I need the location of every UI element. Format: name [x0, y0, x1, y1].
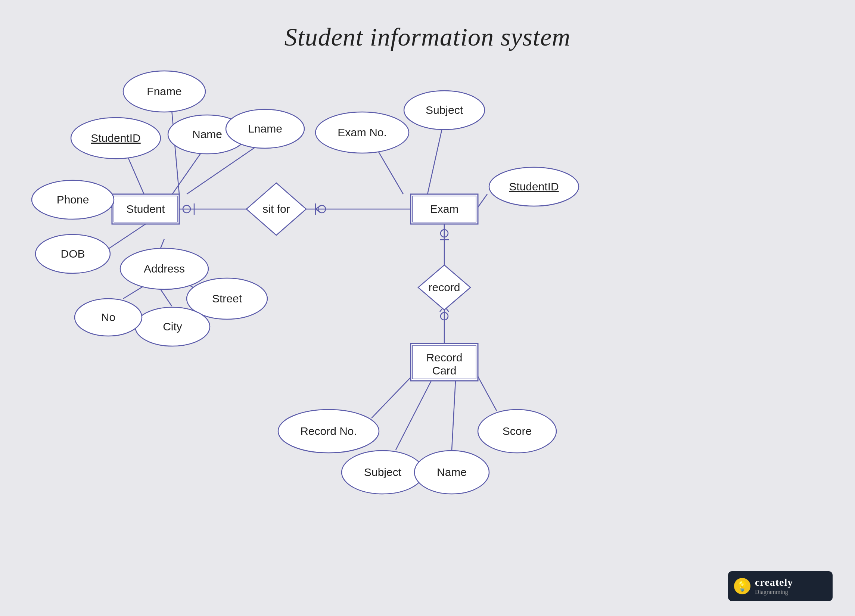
dob-label: DOB: [60, 248, 85, 260]
sit-for-label: sit for: [262, 203, 290, 215]
svg-line-32: [452, 381, 455, 450]
student-id2-label: StudentID: [509, 180, 559, 193]
city-label: City: [163, 320, 182, 333]
svg-line-31: [396, 381, 431, 450]
lname-label: Lname: [248, 123, 282, 135]
exam-no-label: Exam No.: [337, 126, 387, 138]
creately-badge: 💡 creately Diagramming: [728, 571, 833, 601]
record-label: record: [428, 281, 460, 293]
name-label: Name: [192, 128, 222, 140]
student-id-label: StudentID: [91, 132, 140, 144]
score-label: Score: [503, 425, 532, 437]
svg-line-8: [161, 289, 172, 306]
fname-label: Fname: [147, 85, 181, 97]
svg-line-6: [161, 239, 164, 248]
name-rc-label: Name: [437, 466, 467, 478]
no-label: No: [101, 311, 115, 323]
record-card-label2: Card: [432, 365, 456, 377]
svg-line-19: [428, 127, 443, 194]
subject-rc-label: Subject: [364, 466, 402, 478]
er-diagram: Student Exam Record Card sit for record …: [0, 0, 855, 616]
student-label: Student: [126, 203, 165, 215]
address-label: Address: [144, 262, 185, 275]
diagram-container: Student information system: [0, 0, 855, 616]
subject-exam-label: Subject: [426, 104, 463, 116]
creately-logo-icon: 💡: [734, 578, 751, 595]
record-card-label1: Record: [426, 351, 463, 364]
svg-line-1: [172, 149, 204, 195]
phone-label: Phone: [57, 193, 89, 206]
creately-subtitle: Diagramming: [755, 589, 793, 596]
svg-line-18: [377, 149, 403, 194]
record-no-label: Record No.: [300, 425, 357, 437]
street-label: Street: [212, 292, 242, 305]
creately-brand-text: creately Diagramming: [755, 577, 793, 596]
svg-line-3: [127, 155, 146, 198]
creately-name: creately: [755, 577, 793, 588]
svg-line-5: [106, 224, 146, 250]
exam-label: Exam: [430, 203, 459, 215]
svg-line-20: [478, 194, 487, 207]
